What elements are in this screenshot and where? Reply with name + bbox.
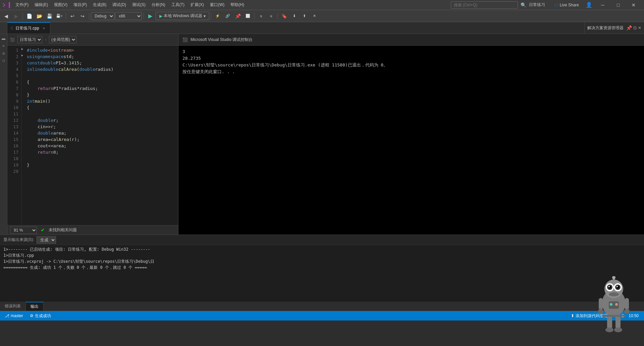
vs-logo-icon <box>3 1 10 9</box>
separator-1 <box>22 13 23 19</box>
save-button[interactable]: 💾 <box>45 11 54 21</box>
output-source-select[interactable]: 生成 <box>37 236 56 244</box>
output-source-label: 显示输出来源(S): <box>3 237 34 243</box>
undo-button[interactable]: ↩ <box>68 11 77 21</box>
tab-error-list[interactable]: 错误列表 <box>0 302 26 311</box>
solution-explorer-title: 解决方案资源管理器 <box>587 25 624 31</box>
bookmark-prev-button[interactable]: ⬆ <box>300 11 309 21</box>
code-line-15: area=calArea(r); <box>27 136 175 143</box>
code-content-area[interactable]: 1 2 3 4 5 6 7 8 9 10 11 12 13 14 15 16 1… <box>7 46 178 225</box>
code-editor-panel: ⬛ 日常练习 › (全局范围) 1 2 3 4 5 6 7 8 9 10 <box>7 34 178 235</box>
minimize-button[interactable]: ─ <box>595 0 610 10</box>
window-title: 日常练习 <box>526 2 548 8</box>
editor-status-row: 91 % ✔ 未找到相关问题 <box>7 225 178 235</box>
code-text-area[interactable]: #include<iostream> using namespace std; … <box>24 46 178 225</box>
code-line-14: double area; <box>27 130 175 136</box>
add-source-control-button[interactable]: ⬆ 添加到源代码管理... <box>569 313 613 319</box>
svg-rect-1 <box>9 2 10 8</box>
title-bar: 文件(F) 编辑(E) 视图(V) 项目(P) 生成(B) 调试(D) 测试(S… <box>0 0 644 10</box>
run-local-label: 本地 Windows 调试器 <box>164 13 202 19</box>
diagram-button[interactable]: ⬜ <box>243 11 253 21</box>
breadcrumb-sep: › <box>45 37 46 42</box>
code-line-19: } <box>27 162 175 168</box>
project-dropdown[interactable]: 日常练习 <box>17 36 42 43</box>
close-button[interactable]: ✕ <box>626 0 641 10</box>
status-git-item[interactable]: ⎇ master <box>3 311 25 320</box>
separator-3 <box>89 13 89 19</box>
debug-config-dropdown[interactable]: Debug <box>91 12 114 20</box>
format-right-button[interactable]: ≡ <box>266 11 276 21</box>
run-local-button[interactable]: ▶ 本地 Windows 调试器 ▾ <box>156 12 209 20</box>
activity-icon-4[interactable]: ⬡ <box>0 57 7 64</box>
separator-4 <box>144 13 144 19</box>
platform-dropdown[interactable]: x86 <box>115 12 142 20</box>
code-line-16: cout << area; <box>27 143 175 149</box>
menu-view[interactable]: 视图(V) <box>51 1 70 9</box>
debug-console-output[interactable]: 3 28.2735 C:\Users\邹莹\source\repos\日常练习\… <box>178 46 644 235</box>
save-all-button[interactable]: 💾+ <box>55 11 64 21</box>
tab-output[interactable]: 输出 <box>26 302 44 311</box>
notification-item[interactable]: 🔔 2 <box>613 313 626 318</box>
menu-test[interactable]: 测试(S) <box>129 1 148 9</box>
live-share-button[interactable]: ⬡ Live Share <box>550 1 583 9</box>
separator-6 <box>254 13 255 19</box>
tab-close-button[interactable]: × <box>41 26 47 31</box>
menu-build[interactable]: 生成(B) <box>90 1 109 9</box>
activity-icon-3[interactable]: ◎ <box>0 50 7 57</box>
solution-expand-button[interactable]: ⊡ <box>633 26 637 30</box>
bookmark-button[interactable]: 🔖 <box>279 11 289 21</box>
clock-display: 10:50 <box>626 313 641 318</box>
separator-5 <box>211 13 211 19</box>
menu-file[interactable]: 文件(F) <box>13 1 31 9</box>
svg-point-22 <box>614 328 622 332</box>
debug-output-line-3: C:\Users\邹莹\source\repos\日常练习\Debug\日常练习… <box>182 62 640 68</box>
output-line-4: ========== 生成: 成功 1 个，失败 0 个，最新 0 个，跳过 0… <box>3 264 641 270</box>
menu-window[interactable]: 窗口(W) <box>207 1 227 9</box>
solution-close-button[interactable]: ✕ <box>638 26 641 30</box>
menu-extensions[interactable]: 扩展(X) <box>188 1 207 9</box>
open-file-button[interactable]: 📂 <box>35 11 44 21</box>
editor-tab-active[interactable]: C 日常练习.cpp × <box>7 22 50 34</box>
editor-breadcrumb-bar: ⬛ 日常练习 › (全局范围) <box>7 34 178 46</box>
zoom-select[interactable]: 91 % <box>10 227 37 234</box>
forward-button[interactable]: ▶ <box>11 11 21 21</box>
menu-edit[interactable]: 编辑(E) <box>32 1 51 9</box>
pin-button[interactable]: 📌 <box>233 11 243 21</box>
project-icon: ⬛ <box>10 38 15 42</box>
live-share-label: Live Share <box>560 3 579 7</box>
attach-button[interactable]: 🔗 <box>223 11 232 21</box>
profile-icon[interactable]: 👤 <box>586 2 592 8</box>
performance-profiler-button[interactable]: ⚡ <box>213 11 222 21</box>
status-build-item[interactable]: ⚙ 生成成功 <box>28 311 53 320</box>
code-line-13: cin >> r; <box>27 123 175 130</box>
bookmark-clear-button[interactable]: ✕ <box>310 11 319 21</box>
run-dropdown-arrow: ▾ <box>204 14 206 18</box>
redo-button[interactable]: ↪ <box>78 11 87 21</box>
menu-analyze[interactable]: 分析(N) <box>149 1 168 9</box>
bottom-tabs-spacer <box>44 302 644 311</box>
menu-help[interactable]: 帮助(H) <box>228 1 247 9</box>
add-source-label: 添加到源代码管理... <box>576 313 611 319</box>
global-search-input[interactable] <box>451 1 518 9</box>
code-line-1: #include<iostream> <box>27 47 175 53</box>
editor-tab-bar: C 日常练习.cpp × 解决方案资源管理器 📌 ⊡ ✕ <box>0 22 644 34</box>
bookmark-next-button[interactable]: ⬇ <box>289 11 299 21</box>
activity-icon-1[interactable]: ▐ <box>0 35 7 42</box>
back-button[interactable]: ◀ <box>1 11 11 21</box>
separator-7 <box>277 13 278 19</box>
activity-icon-2[interactable]: ≡ <box>0 43 7 49</box>
menu-debug[interactable]: 调试(D) <box>110 1 129 9</box>
toolbar: ◀ ▶ 📄 📂 💾 💾+ ↩ ↪ Debug x86 ▶ ▶ 本地 Window… <box>0 10 644 22</box>
format-left-button[interactable]: ≡ <box>256 11 266 21</box>
maximize-button[interactable]: □ <box>610 0 626 10</box>
solution-pin-button[interactable]: 📌 <box>626 25 632 31</box>
menu-tools[interactable]: 工具(T) <box>169 1 187 9</box>
new-file-button[interactable]: 📄 <box>24 11 34 21</box>
scope-dropdown[interactable]: (全局范围) <box>49 36 76 43</box>
code-line-18 <box>27 155 175 162</box>
tab-bar-end <box>50 22 584 34</box>
live-share-icon: ⬡ <box>554 3 558 7</box>
code-line-17: return 0; <box>27 149 175 155</box>
menu-project[interactable]: 项目(P) <box>71 1 90 9</box>
start-button[interactable]: ▶ <box>146 11 155 21</box>
